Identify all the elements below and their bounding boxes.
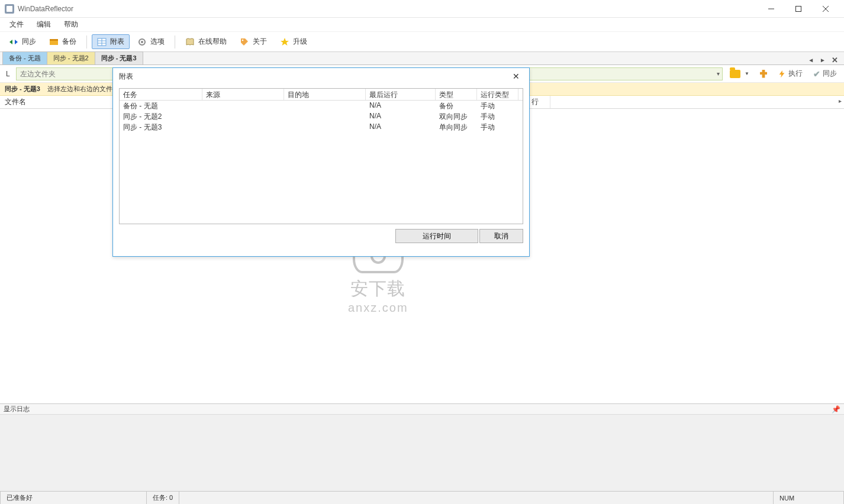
status-tasks: 任务: 0 (147, 492, 179, 504)
table-row[interactable]: 同步 - 无题3N/A单向同步手动 (120, 122, 523, 133)
titlebar: WinDataReflector (0, 0, 844, 18)
svg-rect-5 (50, 39, 58, 41)
dialog-title: 附表 (119, 72, 133, 82)
attach-dialog: 附表 ✕ 任务 来源 目的地 最后运行 类型 运行类型 备份 - 无题N/A备份… (112, 67, 530, 257)
bolt-icon (778, 70, 786, 78)
minimize-button[interactable] (758, 0, 785, 18)
check-icon: ✔ (813, 69, 820, 79)
close-button[interactable] (812, 0, 839, 18)
col-task[interactable]: 任务 (120, 89, 202, 100)
app-title: WinDataReflector (18, 5, 73, 13)
tab-close-icon[interactable]: ✕ (830, 56, 839, 64)
svg-rect-1 (796, 6, 801, 11)
gear-icon (137, 37, 147, 47)
book-icon (185, 37, 195, 47)
table-row[interactable]: 备份 - 无题N/A备份手动 (120, 101, 523, 111)
dialog-titlebar: 附表 ✕ (113, 68, 529, 85)
star-icon (280, 37, 289, 47)
toolbar-about[interactable]: 关于 (234, 34, 272, 49)
info-hint: 选择左边和右边的文件 (47, 85, 112, 93)
col-source[interactable]: 来源 (202, 89, 284, 100)
cancel-button[interactable]: 取消 (479, 229, 523, 243)
table-header-row: 任务 来源 目的地 最后运行 类型 运行类型 (120, 89, 523, 101)
toolbar-upgrade-label: 升级 (293, 37, 307, 47)
toolbar-onlinehelp[interactable]: 在线帮助 (180, 34, 232, 49)
pin-icon[interactable]: 📌 (832, 405, 840, 413)
toolbar-sync-label: 同步 (22, 37, 36, 47)
chevron-right-icon[interactable]: ▸ (839, 98, 842, 104)
folder-icon (730, 70, 740, 78)
tab-scroll-left-icon[interactable]: ◄ (807, 56, 815, 64)
status-num: NUM (773, 492, 844, 504)
menu-file[interactable]: 文件 (4, 18, 30, 31)
run-button[interactable]: 执行 (774, 67, 806, 80)
toolbar-separator (175, 35, 175, 49)
backup-icon (49, 37, 59, 47)
tag-icon (240, 37, 249, 47)
svg-point-12 (242, 39, 244, 41)
col-runtype[interactable]: 运行类型 (477, 89, 518, 100)
left-folder-input[interactable] (16, 67, 117, 80)
menubar: 文件 编辑 帮助 (0, 18, 844, 32)
col-action[interactable]: 行 (527, 96, 550, 108)
statusbar: 已准备好 任务: 0 NUM (0, 491, 844, 504)
chevron-down-icon[interactable]: ▾ (717, 70, 720, 77)
browse-button[interactable]: ▼ (726, 69, 753, 79)
chevron-down-icon: ▼ (745, 71, 749, 76)
tab-backup[interactable]: 备份 - 无题 (2, 51, 47, 64)
toolbar-attach[interactable]: 附表 (92, 34, 130, 49)
dialog-buttons: 运行时间 取消 (119, 229, 523, 243)
toolbar-attach-label: 附表 (110, 37, 124, 47)
task-table[interactable]: 任务 来源 目的地 最后运行 类型 运行类型 备份 - 无题N/A备份手动 同步… (119, 88, 523, 224)
table-icon (97, 37, 107, 47)
left-label: L (4, 70, 12, 78)
log-header[interactable]: 显示日志 📌 (0, 404, 844, 415)
col-lastrun[interactable]: 最后运行 (366, 89, 436, 100)
menu-edit[interactable]: 编辑 (31, 18, 57, 31)
toolbar-onlinehelp-label: 在线帮助 (198, 37, 227, 47)
toolbar-upgrade[interactable]: 升级 (275, 34, 313, 49)
col-dest[interactable]: 目的地 (284, 89, 366, 100)
sync-action-button[interactable]: ✔ 同步 (810, 67, 840, 80)
log-title: 显示日志 (4, 405, 30, 413)
tab-scroll-right-icon[interactable]: ► (819, 56, 827, 64)
table-row[interactable]: 同步 - 无题2N/A双向同步手动 (120, 111, 523, 122)
toolbar-separator (86, 35, 87, 49)
toolbar-backup[interactable]: 备份 (44, 34, 82, 49)
toolbar-about-label: 关于 (253, 37, 267, 47)
menu-help[interactable]: 帮助 (58, 18, 84, 31)
status-ready: 已准备好 (0, 492, 147, 504)
toolbar-options[interactable]: 选项 (132, 34, 170, 49)
toolbar: 同步 备份 附表 选项 在线帮助 关于 升级 (0, 32, 844, 52)
log-panel: 显示日志 📌 (0, 403, 844, 491)
watermark-line1: 安下载 (348, 277, 408, 301)
info-task: 同步 - 无题3 (5, 85, 40, 93)
dialog-close-icon[interactable]: ✕ (509, 70, 523, 82)
toolbar-backup-label: 备份 (62, 37, 76, 47)
tab-sync2[interactable]: 同步 - 无题2 (47, 51, 95, 64)
plug-button[interactable] (756, 69, 771, 79)
tab-sync3[interactable]: 同步 - 无题3 (95, 51, 143, 64)
col-type[interactable]: 类型 (436, 89, 477, 100)
run-label: 执行 (788, 69, 803, 79)
sync-action-label: 同步 (823, 69, 837, 79)
plug-icon (760, 70, 767, 78)
maximize-button[interactable] (785, 0, 812, 18)
document-tabs: 备份 - 无题 同步 - 无题2 同步 - 无题3 ◄ ► ✕ (0, 52, 844, 65)
toolbar-options-label: 选项 (150, 37, 165, 47)
app-icon (5, 4, 14, 14)
toolbar-sync[interactable]: 同步 (4, 34, 41, 49)
sync-icon (9, 37, 18, 47)
window-controls (758, 0, 839, 18)
svg-point-11 (141, 41, 143, 43)
watermark-line2: anxz.com (348, 301, 408, 315)
runtime-button[interactable]: 运行时间 (395, 229, 478, 243)
